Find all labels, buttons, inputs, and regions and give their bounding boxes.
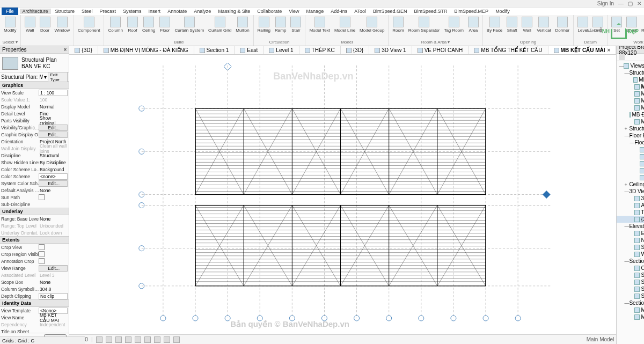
menu-file[interactable]: File — [2, 8, 18, 15]
prop-row[interactable]: Parts VisibilityShow Original — [0, 117, 69, 124]
tree-node[interactable]: —Sections (MC KIẾN TRÚC-BV) — [617, 299, 644, 306]
expand-icon[interactable]: — — [624, 70, 629, 76]
menu-systems[interactable]: Systems — [120, 9, 144, 14]
view-tab[interactable]: MB ĐỊNH VỊ MÓNG - ĐÀ KIỀNG — [98, 46, 194, 54]
drawing-canvas[interactable]: BanVeNhaDep.vn Bản quyền © BanVeNhaDep.v… — [69, 55, 616, 334]
prop-row[interactable]: Show Hidden LinesBy Discipline — [0, 159, 69, 166]
view-tab[interactable]: East — [235, 46, 264, 54]
tool-ceiling[interactable]: Ceiling — [141, 16, 157, 34]
prop-row[interactable]: Color Scheme Lo…Background — [0, 166, 69, 173]
close-panel-icon[interactable]: × — [64, 47, 67, 53]
status-icon[interactable] — [164, 336, 170, 343]
status-icon[interactable] — [173, 336, 180, 343]
prop-row[interactable]: Annotation Crop — [0, 258, 69, 265]
tree-node[interactable]: South — [617, 244, 644, 251]
close-tab-icon[interactable]: × — [608, 47, 611, 53]
prop-row[interactable]: Visibility/Graphic…Edit... — [0, 124, 69, 131]
tool-roof[interactable]: Roof — [126, 16, 140, 34]
view-tab[interactable]: 3D View 1 — [369, 46, 412, 54]
menu-analyze[interactable]: Analyze — [191, 9, 214, 14]
tool-byface[interactable]: By Face — [485, 16, 504, 34]
menu-massingsite[interactable]: Massing & Site — [215, 9, 253, 14]
menu-collaborate[interactable]: Collaborate — [254, 9, 284, 14]
tree-node[interactable]: —Sections (Building Section) — [617, 258, 644, 265]
type-selector[interactable]: Structural PlanBAN VE KC — [0, 54, 69, 73]
checkbox[interactable] — [39, 258, 45, 264]
status-icon[interactable] — [125, 336, 131, 343]
prop-section-header[interactable]: Extents — [0, 236, 69, 244]
expand-icon[interactable]: — — [619, 63, 624, 69]
status-icon[interactable] — [96, 336, 103, 343]
menu-architecture[interactable]: Architecture — [20, 9, 51, 14]
view-tab[interactable]: VE PHOI CANH — [412, 46, 469, 54]
prop-edit-button[interactable]: Edit... — [39, 131, 68, 138]
expand-icon[interactable]: — — [624, 301, 629, 306]
tool-vertical[interactable]: Vertical — [535, 16, 552, 34]
tool-area[interactable]: Area — [466, 16, 480, 34]
expand-icon[interactable]: — — [630, 140, 634, 145]
tool-window[interactable]: Window — [53, 16, 71, 34]
prop-row[interactable]: Sun Path — [0, 194, 69, 201]
minimize-icon[interactable]: — — [618, 1, 624, 6]
tool-modify[interactable]: Modify — [2, 16, 18, 34]
tree-node[interactable]: West — [617, 251, 644, 258]
prop-row[interactable]: Column Symboli…304.8 — [0, 286, 69, 292]
tree-node[interactable]: Analytical Model — [617, 202, 644, 209]
tree-node[interactable]: —Views (all) — [617, 62, 644, 69]
tree-node[interactable]: MĐ TRỤC 1-17 — [617, 313, 644, 320]
tool-modelgroup[interactable]: Model Group — [358, 16, 386, 34]
menu-view[interactable]: View — [286, 9, 302, 14]
tree-node[interactable]: MB BỐ TRÍ CÁP GIẰNG MÁI — [617, 76, 644, 83]
checkbox[interactable] — [39, 244, 45, 250]
tool-refplane[interactable]: Ref Plane — [640, 16, 644, 34]
tree-node[interactable]: East — [617, 230, 644, 237]
menu-precast[interactable]: Precast — [97, 9, 119, 14]
status-icon[interactable] — [106, 336, 112, 343]
tree-node[interactable]: Section 3 — [617, 286, 644, 292]
checkbox[interactable] — [39, 251, 45, 257]
maximize-icon[interactable]: ▢ — [628, 1, 633, 6]
tree-node[interactable]: North — [617, 237, 644, 244]
prop-row[interactable]: Title on Sheet — [0, 328, 69, 333]
view-tab[interactable]: MB KẾT CẤU MÁI× — [548, 46, 617, 54]
prop-value[interactable]: None — [39, 216, 68, 222]
tree-node[interactable]: MB ĐỊNH VỊ MÓNG - ĐÀ KIỀNG — [617, 111, 644, 118]
search-icon[interactable] — [619, 54, 625, 60]
tool-tagroom[interactable]: Tag Room — [442, 16, 465, 34]
prop-value[interactable]: Level 3 — [39, 273, 68, 278]
signin-link[interactable]: Sign In — [597, 1, 614, 6]
tree-node[interactable]: VE PHOI CANH — [617, 174, 644, 181]
menu-atool[interactable]: ATool — [352, 9, 369, 14]
tree-node[interactable]: THÉP KC — [617, 209, 644, 216]
status-icon[interactable] — [144, 336, 151, 343]
tree-node[interactable]: Level 2 — [617, 153, 644, 160]
expand-icon[interactable]: — — [624, 133, 629, 138]
view-tab[interactable]: {3D} — [69, 46, 98, 54]
expand-icon[interactable]: — — [624, 224, 629, 229]
tree-node[interactable]: Level 1 — [617, 146, 644, 153]
tool-shaft[interactable]: Shaft — [505, 16, 519, 34]
tool-wall[interactable]: Wall — [23, 16, 37, 34]
tree-node[interactable]: CHI TIẾT KHUNG K-1 — [617, 265, 644, 272]
menu-manage[interactable]: Manage — [304, 9, 327, 14]
expand-icon[interactable]: — — [624, 189, 629, 194]
prop-section-header[interactable]: Graphics — [0, 82, 69, 89]
tree-node[interactable]: —Floor Plans (BV KIẾN TRÚC) — [617, 132, 644, 139]
tool-component[interactable]: Component — [76, 16, 101, 34]
tree-node[interactable]: 3D View 1 — [617, 195, 644, 202]
tree-node[interactable]: MB XÀ GỒ MÁI — [617, 104, 644, 111]
tool-ramp[interactable]: Ramp — [273, 16, 288, 34]
edit-type-button[interactable]: Edit Type — [48, 72, 68, 83]
prop-value[interactable]: 304.8 — [39, 287, 68, 292]
checkbox[interactable] — [39, 194, 45, 200]
menu-bimspeedstr[interactable]: BimSpeed.STR — [412, 9, 450, 14]
prop-value[interactable]: Normal — [39, 104, 68, 109]
prop-value[interactable]: MB KẾT CẤU MÁI — [39, 312, 68, 323]
tree-node[interactable]: +Ceiling Plans — [617, 181, 644, 188]
tool-wall[interactable]: Wall — [520, 16, 534, 34]
tree-node[interactable]: —Structural Plans (BAN VE KC) — [617, 69, 644, 76]
main-model-label[interactable]: Main Model — [587, 336, 614, 342]
tool-mullion[interactable]: Mullion — [234, 16, 251, 34]
menu-addins[interactable]: Add-Ins — [328, 9, 350, 14]
prop-row[interactable]: Color Scheme<none> — [0, 173, 69, 180]
